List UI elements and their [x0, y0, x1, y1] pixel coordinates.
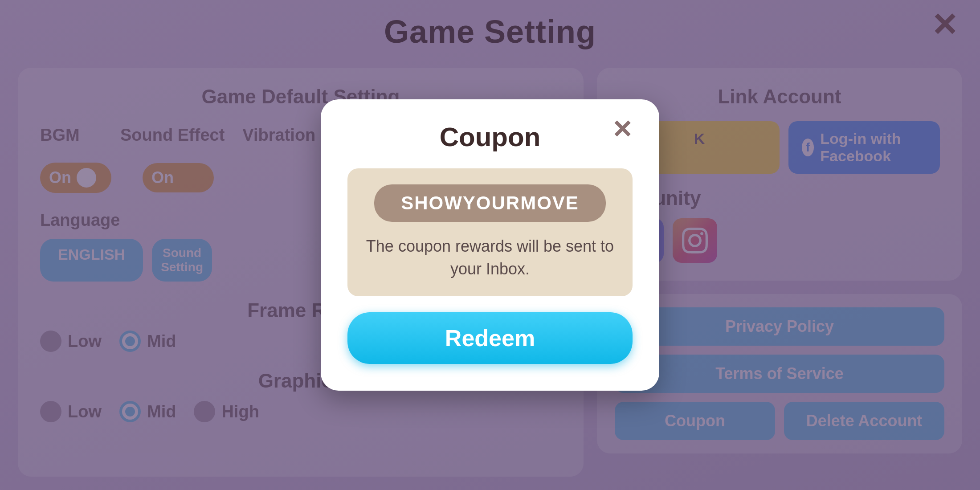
redeem-button[interactable]: Redeem	[347, 312, 633, 364]
coupon-code: SHOWYOURMOVE	[374, 184, 606, 222]
modal-close-button[interactable]: ✕	[612, 117, 633, 142]
modal-overlay[interactable]: Coupon ✕ SHOWYOURMOVE The coupon rewards…	[0, 0, 980, 490]
coupon-modal: Coupon ✕ SHOWYOURMOVE The coupon rewards…	[321, 99, 659, 391]
modal-title: Coupon	[440, 122, 541, 152]
coupon-box: SHOWYOURMOVE The coupon rewards will be …	[347, 168, 633, 296]
coupon-description: The coupon rewards will be sent to your …	[365, 235, 615, 280]
modal-header: Coupon ✕	[347, 122, 633, 152]
